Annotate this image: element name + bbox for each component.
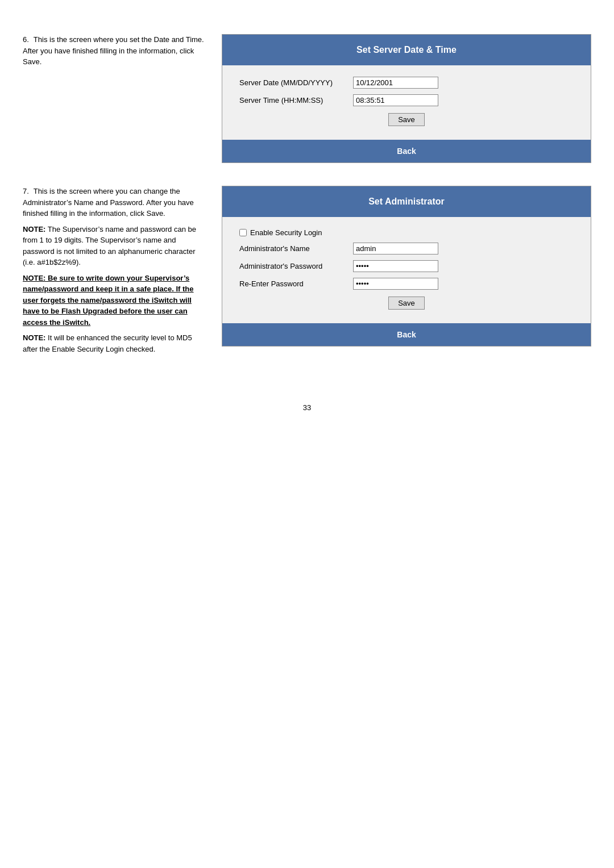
section-7-panel: Set Administrator Enable Security Login …	[222, 186, 591, 347]
panel-2-title: Set Administrator	[368, 197, 445, 206]
note3-text: It will be enhanced the security level t…	[23, 333, 192, 353]
step-7-number: 7.	[23, 186, 29, 197]
admin-name-input[interactable]	[353, 243, 438, 254]
step-7-description: This is the screen where you can change …	[23, 187, 194, 218]
panel-2-footer[interactable]: Back	[222, 323, 591, 346]
enable-security-row: Enable Security Login	[239, 228, 574, 237]
section-7-text: 7. This is the screen where you can chan…	[23, 186, 205, 358]
admin-password-row: Administrator's Password	[239, 260, 574, 272]
server-date-label: Server Date (MM/DD/YYYY)	[239, 78, 353, 87]
note1-label: NOTE:	[23, 225, 45, 233]
note1-text: The Supervisor’s name and password can b…	[23, 225, 196, 267]
panel-1-title: Set Server Date & Time	[356, 45, 457, 55]
panel-2-header: Set Administrator	[222, 186, 591, 217]
enable-security-checkbox[interactable]	[239, 229, 247, 236]
server-time-row: Server Time (HH:MM:SS)	[239, 94, 574, 106]
admin-password-label: Administrator's Password	[239, 262, 353, 270]
enable-security-label: Enable Security Login	[250, 228, 322, 237]
admin-password-input[interactable]	[353, 260, 438, 272]
admin-name-row: Administrator's Name	[239, 243, 574, 254]
step-6-description: This is the screen where you set the Dat…	[23, 35, 204, 66]
panel-1-body: Server Date (MM/DD/YYYY) Server Time (HH…	[222, 65, 591, 140]
server-date-row: Server Date (MM/DD/YYYY)	[239, 77, 574, 89]
reenter-password-input[interactable]	[353, 278, 438, 290]
save-button-1[interactable]: Save	[388, 113, 425, 126]
save-row-2: Save	[239, 297, 574, 310]
page-layout: 6. This is the screen where you set the …	[23, 34, 591, 412]
panel-1-header: Set Server Date & Time	[222, 35, 591, 65]
admin-name-label: Administrator's Name	[239, 244, 353, 253]
server-date-input[interactable]	[353, 77, 438, 89]
panel-1-footer[interactable]: Back	[222, 140, 591, 162]
back-link-2[interactable]: Back	[397, 330, 416, 339]
save-row-1: Save	[239, 113, 574, 126]
panel-2-body: Enable Security Login Administrator's Na…	[222, 217, 591, 323]
section-6: 6. This is the screen where you set the …	[23, 34, 591, 163]
section-6-text: 6. This is the screen where you set the …	[23, 34, 205, 71]
section-6-panel: Set Server Date & Time Server Date (MM/D…	[222, 34, 591, 163]
step-6-number: 6.	[23, 34, 29, 45]
note2-underline: NOTE: Be sure to write down your Supervi…	[23, 274, 194, 327]
back-link-1[interactable]: Back	[397, 147, 416, 156]
page-number: 33	[23, 403, 591, 412]
note3-label: NOTE:	[23, 333, 45, 342]
section-7: 7. This is the screen where you can chan…	[23, 186, 591, 358]
save-button-2[interactable]: Save	[388, 297, 425, 310]
reenter-password-label: Re-Enter Password	[239, 279, 353, 288]
server-time-input[interactable]	[353, 94, 438, 106]
reenter-password-row: Re-Enter Password	[239, 278, 574, 290]
server-time-label: Server Time (HH:MM:SS)	[239, 96, 353, 105]
